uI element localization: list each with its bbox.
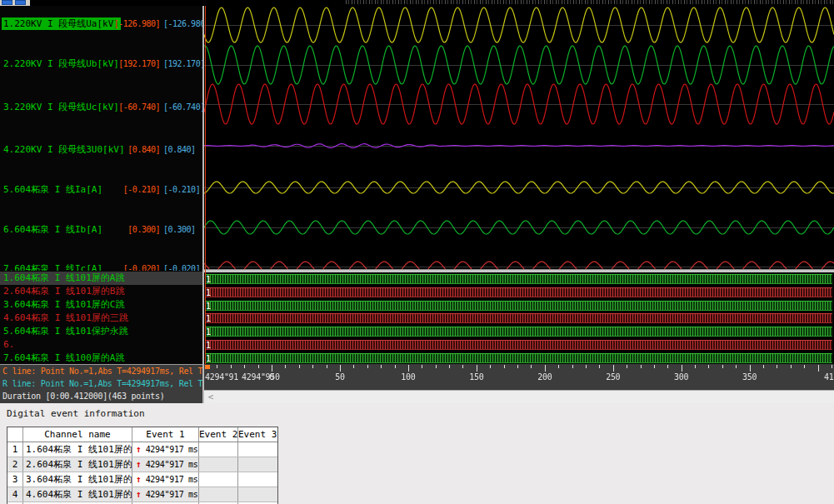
trace-value: 1 (206, 354, 211, 363)
event1-time: 4294"917 ms (146, 445, 198, 454)
ruler-tick-label: 300 (674, 372, 688, 382)
digital-channel-row[interactable]: 7.604柘泉 I 线100屏的A跳 (0, 352, 202, 364)
cursor-value-r: [0.840] (163, 144, 202, 156)
analog-channel-row[interactable]: 3.220KV I 段母线Uc[kV][-60.740][-60.740] (0, 101, 202, 114)
event1-cell: ↑4294"917 ms (132, 487, 199, 502)
event-channel-name: 3.604柘泉 I 线101屏的C跳 (23, 472, 132, 487)
analog-waveform-area[interactable] (204, 6, 834, 269)
digital-channel-row[interactable]: 6. (0, 338, 202, 352)
event1-time: 4294"917 ms (146, 475, 198, 484)
cursor-status-box: C line: Point No.=1,Abs T=4294917ms, Rel… (0, 364, 202, 403)
cursor-value-c: [-0.020] (108, 263, 160, 271)
rising-edge-arrow-icon: ↑ (136, 474, 142, 485)
channel-name: 6.604柘泉 I 线Ib[A] (2, 223, 104, 236)
digital-trace-bar[interactable]: 1 (205, 287, 832, 297)
cursor-value-c: [-60.740] (108, 102, 160, 113)
event3-cell (238, 442, 277, 457)
channel-name: 7.604柘泉 I 线Ic[A] (2, 262, 104, 271)
cursor-value-c: [0.300] (108, 224, 160, 236)
rising-edge-arrow-icon: ↑ (136, 444, 142, 455)
event-table-header: Channel nameEvent 1Event 2Event 3 (7, 427, 277, 442)
digital-trace-bar[interactable]: 1 (205, 353, 832, 363)
digital-channel-row[interactable]: 4.604柘泉 I 线101屏的三跳 (0, 312, 202, 325)
event-channel-name: 2.604柘泉 I 线101屏的B跳 (23, 457, 132, 472)
digital-trace-bar[interactable]: 1 (205, 274, 832, 284)
trace-value: 1 (206, 314, 211, 323)
analog-channel-list: 1.220KV I 段母线Ua[kV][-126.980][-126.980]2… (0, 6, 202, 271)
digital-trace-area[interactable]: 1111111 (204, 272, 834, 364)
horizontal-scrollbar[interactable]: < (204, 390, 834, 403)
rising-edge-arrow-icon: ↑ (136, 459, 142, 470)
digital-channel-row[interactable]: 2.604柘泉 I 线101屏的B跳 (0, 285, 202, 298)
event-channel-name: 1.604柘泉 I 线101屏的A跳 (23, 442, 132, 457)
digital-channel-row[interactable]: 3.604柘泉 I 线101屏的C跳 (0, 298, 202, 312)
event-table-row[interactable]: 22.604柘泉 I 线101屏的B跳↑4294"917 ms (7, 457, 277, 472)
analog-channel-row[interactable]: 2.220KV I 段母线Ub[kV][192.170][192.170] (0, 57, 202, 71)
event-table-row[interactable]: 44.604柘泉 I 线101屏的三跳↑4294"917 ms (7, 487, 277, 502)
row-number: 1 (7, 442, 23, 457)
digital-trace-bar[interactable]: 1 (205, 327, 832, 337)
cursor-value-c: [192.170] (108, 58, 160, 70)
column-header: Event 3 (238, 427, 277, 442)
digital-channel-row[interactable]: 1.604柘泉 I 线101屏的A跳 (0, 272, 202, 285)
cursor-value-c: [-0.210] (108, 184, 160, 196)
ruler-tick-label: 50 (335, 372, 344, 382)
trace-value: 1 (206, 302, 211, 311)
row-number: 3 (7, 472, 23, 487)
digital-trace-bar[interactable]: 1 (205, 301, 832, 311)
waveform-canvas[interactable] (204, 6, 834, 269)
ruler-tick-label: 100 (401, 372, 415, 382)
event1-time: 4294"917 ms (146, 460, 198, 469)
analog-channel-row[interactable]: 1.220KV I 段母线Ua[kV][-126.980][-126.980] (0, 17, 202, 31)
trace-value: 1 (206, 327, 211, 337)
cursor-value-r: [0.300] (163, 224, 202, 236)
digital-trace-bar[interactable]: 1 (205, 340, 832, 350)
cursor-value-c: [-126.980] (108, 18, 160, 30)
digital-channel-row[interactable]: 5.604柘泉 I 线101保护永跳 (0, 325, 202, 338)
cursor-value-r: [-126.980] (163, 18, 202, 30)
event-info-panel: Digital event information Channel nameEv… (0, 403, 834, 504)
ruler-edge-label: 41 (824, 372, 833, 382)
toolbar (0, 0, 30, 6)
column-header: Channel name (23, 427, 132, 442)
scrollbar-left-arrow[interactable]: < (205, 392, 217, 402)
toolbar-icon-1[interactable] (2, 0, 12, 5)
event3-cell (238, 487, 277, 502)
duration-status: Duration [0:00.412000](463 points) (2, 392, 165, 401)
ruler-tick-label: 200 (537, 372, 552, 382)
ruler-time-label: 4294"91 (205, 372, 238, 382)
time-ruler[interactable]: 0501001502002503003504294"914294"95041 (204, 364, 834, 390)
event2-cell (199, 457, 238, 472)
event-table-row[interactable]: 33.604柘泉 I 线101屏的C跳↑4294"917 ms (7, 472, 277, 487)
cursor-flag-marker[interactable] (205, 365, 210, 369)
row-number: 2 (7, 457, 23, 472)
channel-name: 1.220KV I 段母线Ua[kV] (2, 17, 121, 30)
ruler-ticks-canvas (204, 364, 834, 390)
event-table-row[interactable]: 11.604柘泉 I 线101屏的A跳↑4294"917 ms (7, 442, 277, 457)
channel-name: 2.220KV I 段母线Ub[kV] (2, 57, 121, 70)
event1-cell: ↑4294"917 ms (132, 457, 199, 472)
trace-value: 1 (206, 341, 211, 350)
toolbar-icon-2[interactable] (15, 0, 26, 5)
event2-cell (199, 472, 238, 487)
analog-channel-row[interactable]: 7.604柘泉 I 线Ic[A][-0.020][-0.020] (0, 262, 202, 271)
cursor-value-r: [192.170] (163, 58, 202, 70)
event1-cell: ↑4294"917 ms (132, 442, 199, 457)
column-header: Event 1 (132, 427, 199, 442)
trace-value: 1 (206, 275, 211, 284)
event-channel-name: 4.604柘泉 I 线101屏的三跳 (23, 487, 132, 502)
event2-cell (199, 487, 238, 502)
digital-trace-bar[interactable]: 1 (205, 313, 832, 323)
column-header (7, 427, 23, 442)
ruler-tick-label: 250 (606, 372, 620, 382)
event1-cell: ↑4294"917 ms (132, 472, 199, 487)
analog-channel-row[interactable]: 5.604柘泉 I 线Ia[A][-0.210][-0.210] (0, 183, 202, 197)
cursor-value-r: [-0.210] (163, 184, 202, 196)
c-line-status: C line: Point No.=1,Abs T=4294917ms, Rel… (2, 367, 232, 376)
ruler-tick-label: 150 (469, 372, 483, 382)
trace-value: 1 (206, 288, 211, 297)
analog-channel-row[interactable]: 6.604柘泉 I 线Ib[A][0.300][0.300] (0, 223, 202, 237)
c-cursor-line[interactable] (205, 6, 206, 364)
event-panel-title: Digital event information (7, 408, 145, 419)
analog-channel-row[interactable]: 4.220KV I 段母线3U0[kV][0.840][0.840] (0, 143, 202, 157)
